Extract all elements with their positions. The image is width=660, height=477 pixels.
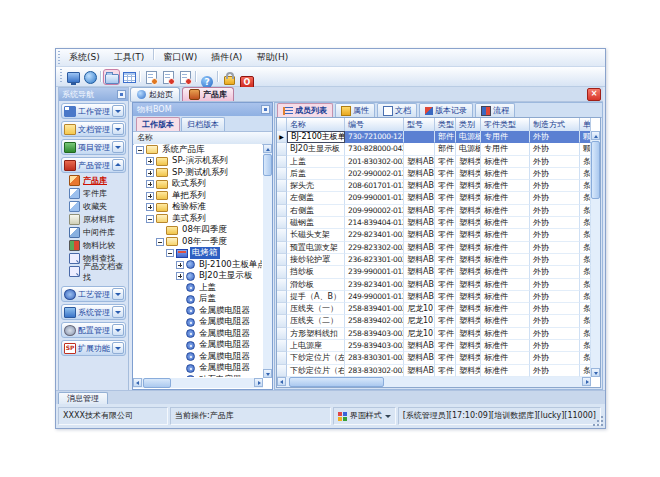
table-cell[interactable]: 长磁头支架	[287, 229, 345, 241]
row-selector[interactable]	[277, 192, 287, 204]
tab-归档版本[interactable]: 归档版本	[181, 117, 225, 131]
menu-item-工具[interactable]: 工具(T)	[107, 49, 152, 66]
column-header-名称[interactable]: 名称	[287, 118, 345, 131]
tree-node-美式系列[interactable]: 美式系列	[134, 213, 262, 225]
sidebar-group-配置管理[interactable]: 配置管理	[61, 322, 126, 338]
collapse-minus-icon[interactable]	[146, 215, 154, 223]
sidebar-group-文档管理[interactable]: 文档管理	[61, 121, 126, 137]
row-selector[interactable]	[277, 340, 287, 352]
table-cell[interactable]: 尼龙1010	[404, 303, 435, 315]
table-cell[interactable]: 塑料ABS	[404, 217, 435, 229]
row-selector[interactable]	[277, 365, 287, 377]
grid-button[interactable]	[121, 70, 136, 84]
tree-node-BJ20主显示板[interactable]: BJ20主显示板	[134, 271, 262, 283]
table-cell[interactable]: 条	[580, 217, 591, 229]
table-cell[interactable]: 塑料类	[456, 315, 481, 327]
table-cell[interactable]: 标准件	[481, 156, 530, 168]
table-cell[interactable]: 条	[580, 340, 591, 352]
menu-grip[interactable]	[58, 51, 60, 65]
table-row[interactable]: 磁钢盖214-839404-01X塑料ABS零件塑料类标准件外协条	[277, 217, 591, 229]
tree-node-上盖[interactable]: 上盖	[134, 282, 262, 294]
table-cell[interactable]: 条	[580, 291, 591, 303]
table-cell[interactable]: 258-839403-00X	[345, 328, 404, 340]
collapse-minus-icon[interactable]	[166, 249, 174, 257]
expand-plus-icon[interactable]	[176, 272, 184, 280]
scrollbar-thumb[interactable]	[591, 141, 600, 199]
table-cell[interactable]: 左侧盖	[287, 192, 345, 204]
table-cell[interactable]: 下纱定位片（右）	[287, 365, 345, 377]
table-cell[interactable]: 零件	[435, 229, 456, 241]
sidebar-item-收藏夹[interactable]: 收藏夹	[59, 200, 128, 213]
tree-node-欧式系列[interactable]: 欧式系列	[134, 179, 262, 191]
table-cell[interactable]: 外协	[530, 315, 580, 327]
table-cell[interactable]: 电源板	[456, 131, 481, 143]
table-cell[interactable]: 外协	[530, 205, 580, 217]
chevron-down-icon[interactable]	[112, 105, 124, 117]
table-cell[interactable]: 零件	[435, 180, 456, 192]
table-cell[interactable]: 259-839403-00X	[345, 340, 404, 352]
table-cell[interactable]: 209-990002-01X	[345, 205, 404, 217]
expand-plus-icon[interactable]	[146, 180, 154, 188]
table-cell[interactable]: 201-830302-00X	[345, 156, 404, 168]
table-row[interactable]: 预置电源支架229-823302-00X塑料ABS零件塑料类标准件外协条	[277, 242, 591, 254]
table-cell[interactable]: 条	[580, 279, 591, 291]
table-cell[interactable]: 外协	[530, 352, 580, 364]
sidebar-group-系统管理[interactable]: 系统管理	[61, 304, 126, 320]
table-row[interactable]: ▶BJ-2100主板单点730-721000-12X部件电源板专用件外协颗	[277, 131, 591, 143]
tree-node-金属膜电阻器[interactable]: 金属膜电阻器	[134, 351, 262, 363]
table-cell[interactable]: 塑料类	[456, 352, 481, 364]
table-cell[interactable]: 条	[580, 242, 591, 254]
table-cell[interactable]: 塑料类	[456, 340, 481, 352]
tree-node-BJ-2100主板单点[interactable]: BJ-2100主板单点	[134, 259, 262, 271]
table-cell[interactable]: 塑料类	[456, 291, 481, 303]
scroll-down-icon[interactable]	[591, 368, 600, 377]
sidebar-item-原材料库[interactable]: 原材料库	[59, 213, 128, 226]
table-cell[interactable]: 外协	[530, 340, 580, 352]
tree-node-后盖[interactable]: 后盖	[134, 294, 262, 306]
table-cell[interactable]: 外协	[530, 365, 580, 377]
sidebar-item-零件库[interactable]: 零件库	[59, 187, 128, 200]
table-cell[interactable]: 零件	[435, 254, 456, 266]
expand-plus-icon[interactable]	[146, 203, 154, 211]
table-cell[interactable]: 外协	[530, 180, 580, 192]
table-row[interactable]: 方形塑料线扣258-839403-00X尼龙1010零件塑料类标准件外协条	[277, 328, 591, 340]
chevron-down-icon[interactable]	[112, 141, 124, 153]
table-cell[interactable]: BJ20主显示板	[287, 143, 345, 155]
table-cell[interactable]: 探头壳	[287, 180, 345, 192]
tree-node-金属膜电阻器[interactable]: 金属膜电阻器	[134, 305, 262, 317]
table-horizontal-scrollbar[interactable]	[277, 377, 591, 387]
table-cell[interactable]: 239-990001-01X	[345, 266, 404, 278]
table-cell[interactable]: 塑料类	[456, 192, 481, 204]
table-cell[interactable]: 电源板	[456, 143, 481, 155]
table-cell[interactable]: 外协	[530, 143, 580, 155]
table-cell[interactable]: 部件	[435, 143, 456, 155]
row-selector[interactable]	[277, 315, 287, 327]
table-cell[interactable]: 塑料ABS	[404, 279, 435, 291]
chevron-up-icon[interactable]	[112, 159, 124, 171]
sidebar-group-项目管理[interactable]: 项目管理	[61, 139, 126, 155]
power-button[interactable]: O	[238, 70, 253, 84]
table-row[interactable]: 后盖202-990002-01X塑料ABS零件塑料类标准件外协条	[277, 168, 591, 180]
menu-item-插件[interactable]: 插件(A)	[204, 49, 249, 66]
table-cell[interactable]: 提手（A、B）	[287, 291, 345, 303]
table-cell[interactable]: 外协	[530, 242, 580, 254]
table-cell[interactable]: 外协	[530, 168, 580, 180]
table-cell[interactable]: 零件	[435, 340, 456, 352]
table-cell[interactable]: 塑料类	[456, 205, 481, 217]
sidebar-item-产品库[interactable]: 产品库	[59, 174, 128, 187]
tab-属性[interactable]: 属性	[335, 103, 375, 117]
table-cell[interactable]: 塑料ABS	[404, 192, 435, 204]
table-cell[interactable]: 塑料类	[456, 328, 481, 340]
table-cell[interactable]: 标准件	[481, 365, 530, 377]
table-row[interactable]: 下纱定位片（右）283-830302-00X塑料ABS零件塑料类标准件外协条	[277, 365, 591, 377]
pin-icon[interactable]	[117, 90, 126, 99]
table-cell[interactable]: 条	[580, 352, 591, 364]
table-cell[interactable]	[404, 143, 435, 155]
table-cell[interactable]: 202-990002-01X	[345, 168, 404, 180]
table-cell[interactable]: 零件	[435, 217, 456, 229]
table-cell[interactable]: 塑料类	[456, 303, 481, 315]
row-selector[interactable]	[277, 266, 287, 278]
table-cell[interactable]: 条	[580, 254, 591, 266]
table-cell[interactable]: 接纱轮护罩	[287, 254, 345, 266]
tree-node-金属膜电阻器[interactable]: 金属膜电阻器	[134, 328, 262, 340]
